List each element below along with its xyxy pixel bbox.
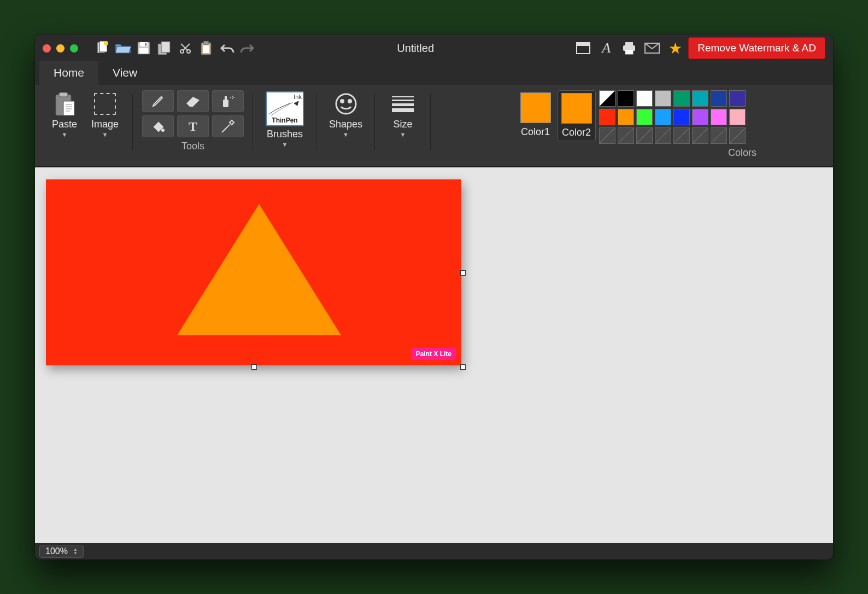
palette-swatch[interactable] (618, 90, 634, 107)
clipboard-group: Paste ▼ Image ▼ (42, 90, 128, 163)
palette-swatch[interactable] (711, 127, 727, 144)
color1-button[interactable]: Color1 (517, 90, 554, 140)
palette-swatch[interactable] (692, 90, 708, 107)
shapes-label: Shapes (329, 119, 362, 130)
svg-rect-5 (145, 43, 146, 46)
copy-button[interactable] (155, 39, 174, 57)
mail-button[interactable] (642, 39, 662, 57)
palette-swatch[interactable] (636, 127, 653, 144)
fill-tool[interactable] (142, 115, 174, 137)
new-file-button[interactable] (92, 39, 112, 57)
smiley-icon (333, 91, 359, 117)
image-select-button[interactable]: Image ▼ (86, 90, 124, 138)
envelope-icon (644, 43, 660, 54)
brushes-group: Ink ThinPen Brushes ▼ (258, 90, 312, 163)
palette-swatch[interactable] (599, 127, 615, 144)
paste-label: Paste (52, 119, 77, 130)
save-button[interactable] (134, 39, 154, 57)
resize-handle-corner[interactable] (460, 364, 466, 370)
tools-group: T Tools (138, 90, 248, 163)
pencil-tool[interactable] (142, 90, 174, 112)
svg-rect-21 (59, 92, 68, 97)
palette-swatch[interactable] (618, 109, 634, 125)
font-button[interactable]: A (596, 39, 616, 57)
remove-watermark-button[interactable]: Remove Watermark & AD (688, 37, 825, 59)
undo-button[interactable] (217, 39, 237, 57)
chevron-down-icon: ▼ (343, 132, 349, 137)
shapes-button[interactable]: Shapes ▼ (326, 90, 366, 138)
palette-swatch[interactable] (729, 127, 746, 144)
tab-view[interactable]: View (98, 61, 151, 85)
text-tool[interactable]: T (177, 115, 209, 137)
svg-rect-13 (203, 45, 209, 53)
palette-swatch[interactable] (673, 90, 690, 107)
palette-swatch[interactable] (729, 109, 746, 125)
title-bar: Untitled A ★ Remove Watermark & AD (35, 34, 833, 62)
canvas-area[interactable]: Paint X Lite (35, 167, 833, 543)
eraser-tool[interactable] (177, 90, 209, 112)
spray-icon (221, 94, 235, 108)
copy-icon (157, 41, 172, 55)
quick-toolbar (92, 39, 257, 57)
palette-swatch[interactable] (692, 109, 708, 125)
palette-swatch[interactable] (692, 127, 708, 144)
new-file-icon (96, 41, 108, 55)
brush-ink-label: Ink (294, 94, 302, 100)
minimize-window-button[interactable] (56, 44, 64, 53)
palette-swatch[interactable] (729, 90, 746, 107)
resize-handle-bottom[interactable] (251, 364, 257, 370)
paste-big-button[interactable]: Paste ▼ (46, 90, 83, 138)
resize-handle-right[interactable] (460, 270, 466, 276)
palette-swatch[interactable] (655, 109, 671, 125)
redo-button[interactable] (238, 39, 257, 57)
document-title: Untitled (262, 42, 569, 55)
triangle-shape[interactable] (177, 204, 341, 335)
tab-home[interactable]: Home (39, 61, 98, 85)
folder-open-icon (115, 42, 131, 54)
palette-swatch[interactable] (599, 90, 615, 107)
paste-icon (52, 91, 77, 117)
size-button[interactable]: Size ▼ (384, 90, 421, 138)
zoom-control[interactable]: 100% ▲▼ (39, 545, 84, 558)
zoom-window-button[interactable] (70, 44, 78, 53)
canvas[interactable]: Paint X Lite (46, 179, 461, 365)
paste-button[interactable] (196, 39, 216, 57)
watermark-badge: Paint X Lite (412, 348, 456, 360)
palette-swatch[interactable] (655, 90, 671, 107)
scissors-icon (179, 42, 192, 55)
colors-group: Color1 Color2 Colors (436, 90, 826, 163)
palette-swatch[interactable] (711, 90, 727, 107)
app-window: Untitled A ★ Remove Watermark & AD Home … (35, 34, 833, 560)
bucket-icon (151, 119, 165, 133)
save-icon (137, 42, 150, 55)
svg-rect-23 (223, 100, 228, 107)
palette-swatch[interactable] (711, 109, 727, 125)
favorite-button[interactable]: ★ (665, 39, 685, 57)
svg-point-28 (233, 97, 234, 98)
brushes-button[interactable]: Ink ThinPen Brushes ▼ (262, 90, 307, 148)
color2-button[interactable]: Color2 (558, 90, 596, 141)
svg-point-26 (232, 96, 233, 97)
palette-swatch[interactable] (636, 90, 653, 107)
undo-icon (219, 43, 234, 54)
title-right-group: A ★ Remove Watermark & AD (573, 37, 825, 59)
size-label: Size (394, 119, 413, 130)
palette-swatch[interactable] (599, 109, 615, 125)
color1-label: Color1 (521, 126, 550, 138)
palette-swatch[interactable] (636, 109, 653, 125)
svg-rect-18 (625, 50, 633, 54)
palette-swatch[interactable] (673, 109, 690, 125)
palette-swatch[interactable] (655, 127, 671, 144)
open-file-button[interactable] (113, 39, 133, 57)
image-label: Image (91, 119, 119, 130)
printer-icon (622, 42, 636, 55)
cut-button[interactable] (175, 39, 195, 57)
palette-swatch[interactable] (673, 127, 690, 144)
window-mode-button[interactable] (573, 39, 593, 57)
svg-point-31 (341, 100, 343, 103)
print-button[interactable] (619, 39, 639, 57)
close-window-button[interactable] (43, 44, 51, 53)
spray-tool[interactable] (212, 90, 244, 112)
eyedropper-tool[interactable] (212, 115, 244, 137)
palette-swatch[interactable] (618, 127, 634, 144)
